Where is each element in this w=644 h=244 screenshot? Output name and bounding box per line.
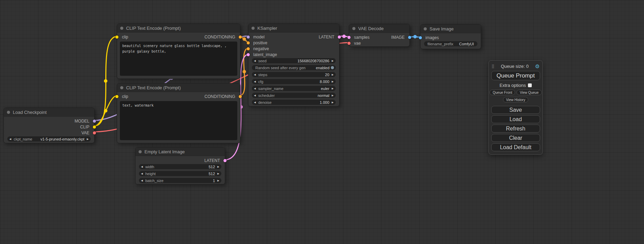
output-port-model[interactable]	[93, 119, 96, 123]
widget-sampler-name[interactable]: ◀ sampler_name euler ▶	[252, 86, 336, 91]
output-port-conditioning[interactable]	[239, 95, 242, 98]
clear-button[interactable]: Clear	[491, 134, 540, 142]
queue-front-button[interactable]: Queue Front	[489, 90, 515, 95]
output-label-latent: LATENT	[204, 158, 220, 163]
widget-scheduler[interactable]: ◀ scheduler normal ▶	[252, 93, 336, 98]
queue-panel: ⣿ Queue size: 0 ⚙ Queue Prompt Extra opt…	[488, 60, 543, 155]
slot-row: clip CONDITIONING	[117, 93, 240, 99]
widget-filename-prefix[interactable]: filename_prefix ComfyUI	[424, 41, 477, 46]
input-port-negative[interactable]	[247, 47, 250, 50]
node-clip-negative-titlebar[interactable]: CLIP Text Encode (Prompt)	[117, 83, 240, 92]
input-port-images[interactable]	[419, 36, 422, 39]
decrement-icon[interactable]: ◀	[141, 172, 143, 175]
view-queue-button[interactable]: View Queue	[517, 90, 541, 95]
increment-icon[interactable]: ▶	[332, 80, 334, 83]
widget-value: normal	[318, 93, 329, 98]
decrement-icon[interactable]: ◀	[254, 101, 256, 103]
widget-ckpt-name[interactable]: ◀ ckpt_name v1-5-pruned-emaonly.ckpt ▶	[7, 136, 91, 142]
collapse-toggle-icon[interactable]	[252, 27, 255, 30]
widget-seed-mode[interactable]: Random seed after every gen enabled	[252, 65, 336, 70]
decrement-icon[interactable]: ◀	[9, 138, 11, 140]
widget-width[interactable]: ◀ width 512 ▶	[139, 164, 221, 169]
collapse-toggle-icon[interactable]	[424, 27, 427, 30]
extra-options-checkbox[interactable]	[528, 83, 532, 87]
decrement-icon[interactable]: ◀	[254, 94, 256, 97]
node-empty-latent-titlebar[interactable]: Empty Latent Image	[135, 147, 225, 156]
output-port-latent[interactable]	[338, 35, 341, 38]
collapse-toggle-icon[interactable]	[120, 86, 123, 89]
decrement-icon[interactable]: ◀	[141, 165, 143, 168]
slot-row: positive	[248, 40, 339, 46]
input-port-clip[interactable]	[115, 95, 118, 98]
load-button[interactable]: Load	[491, 115, 540, 123]
widget-denoise[interactable]: ◀ denoise 1.000 ▶	[252, 100, 336, 105]
wire-dot-clip-positive	[104, 79, 107, 83]
node-graph-canvas[interactable]: Load Checkpoint MODEL CLIP VAE ◀ ckpt_na…	[0, 0, 644, 244]
increment-icon[interactable]: ▶	[332, 73, 334, 76]
input-label-negative: negative	[253, 46, 269, 51]
node-load-checkpoint[interactable]: Load Checkpoint MODEL CLIP VAE ◀ ckpt_na…	[3, 108, 95, 143]
slot-row: model LATENT	[248, 34, 339, 40]
increment-icon[interactable]: ▶	[218, 172, 219, 175]
collapse-toggle-icon[interactable]	[352, 27, 355, 30]
node-empty-latent-image[interactable]: Empty Latent Image LATENT ◀ width 512 ▶ …	[135, 147, 225, 184]
input-port-model[interactable]	[247, 35, 250, 38]
output-port-image[interactable]	[408, 36, 411, 39]
output-port-latent[interactable]	[223, 159, 227, 162]
output-port-vae[interactable]	[93, 131, 96, 134]
negative-prompt-textarea[interactable]: text, watermark	[120, 101, 237, 140]
node-load-checkpoint-titlebar[interactable]: Load Checkpoint	[4, 108, 94, 117]
increment-icon[interactable]: ▶	[218, 179, 219, 182]
widget-height[interactable]: ◀ height 512 ▶	[139, 171, 221, 176]
input-port-samples[interactable]	[347, 36, 351, 39]
input-port-clip[interactable]	[115, 35, 118, 38]
decrement-icon[interactable]: ◀	[254, 80, 256, 83]
view-history-button[interactable]: View History	[503, 97, 528, 102]
increment-icon[interactable]: ▶	[332, 87, 334, 90]
widget-value: 1	[213, 179, 215, 183]
widget-batch-size[interactable]: ◀ batch_size 1 ▶	[139, 178, 221, 183]
node-vae-decode[interactable]: VAE Decode samples IMAGE vae	[349, 24, 410, 47]
node-save-image-titlebar[interactable]: Save Image	[421, 25, 481, 33]
positive-prompt-textarea[interactable]: beautiful scenery nature glass bottle la…	[120, 42, 237, 76]
decrement-icon[interactable]: ◀	[254, 73, 256, 76]
increment-icon[interactable]: ▶	[332, 101, 334, 103]
refresh-button[interactable]: Refresh	[491, 125, 540, 133]
settings-gear-icon[interactable]: ⚙	[535, 64, 540, 69]
node-clip-positive-titlebar[interactable]: CLIP Text Encode (Prompt)	[117, 24, 240, 33]
output-port-conditioning[interactable]	[239, 35, 242, 38]
increment-icon[interactable]: ▶	[87, 138, 89, 140]
node-vae-decode-titlebar[interactable]: VAE Decode	[349, 24, 409, 33]
widget-cfg[interactable]: ◀ cfg 8.000 ▶	[252, 79, 336, 84]
node-ksampler-titlebar[interactable]: KSampler	[248, 24, 339, 33]
node-title: Save Image	[430, 26, 453, 31]
node-clip-text-encode-positive[interactable]: CLIP Text Encode (Prompt) clip CONDITION…	[117, 24, 240, 79]
queue-prompt-button[interactable]: Queue Prompt	[491, 71, 540, 80]
wire-clip-to-negative	[94, 96, 117, 126]
increment-icon[interactable]: ▶	[332, 94, 334, 97]
increment-icon[interactable]: ▶	[332, 60, 334, 62]
decrement-icon[interactable]: ◀	[254, 87, 256, 90]
output-port-clip[interactable]	[93, 125, 96, 128]
decrement-icon[interactable]: ◀	[141, 179, 143, 182]
load-default-button[interactable]: Load Default	[491, 143, 540, 151]
widget-steps[interactable]: ◀ steps 20 ▶	[252, 72, 336, 77]
increment-icon[interactable]: ▶	[218, 165, 219, 168]
input-port-latent-image[interactable]	[247, 53, 250, 56]
drag-handle-icon[interactable]: ⣿	[492, 64, 494, 68]
collapse-toggle-icon[interactable]	[7, 111, 10, 114]
node-ksampler[interactable]: KSampler model LATENT positive negative …	[248, 24, 339, 107]
collapse-toggle-icon[interactable]	[120, 27, 123, 30]
node-title: KSampler	[257, 26, 277, 31]
input-port-positive[interactable]	[247, 41, 250, 44]
input-port-vae[interactable]	[347, 42, 351, 45]
node-clip-text-encode-negative[interactable]: CLIP Text Encode (Prompt) clip CONDITION…	[117, 83, 240, 143]
decrement-icon[interactable]: ◀	[254, 60, 256, 62]
collapse-toggle-icon[interactable]	[139, 150, 142, 153]
input-label-clip: clip	[122, 94, 128, 99]
widget-seed[interactable]: ◀ seed 156680208700286 ▶	[252, 58, 336, 63]
save-button[interactable]: Save	[491, 106, 540, 114]
wire-dot-clip-negative	[104, 109, 107, 112]
seed-mode-toggle-icon[interactable]	[331, 66, 334, 69]
node-save-image[interactable]: Save Image images filename_prefix ComfyU…	[420, 24, 481, 49]
